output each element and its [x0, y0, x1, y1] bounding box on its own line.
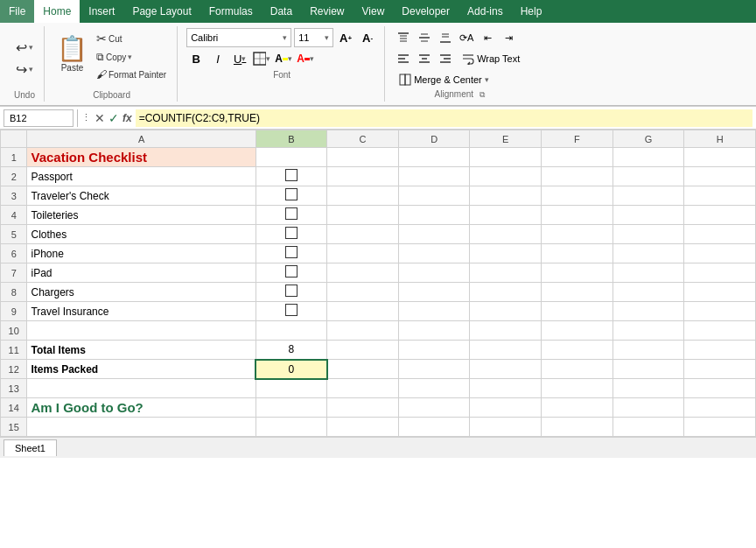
- checkbox-cell[interactable]: [285, 207, 298, 220]
- cell-12-G[interactable]: [612, 360, 684, 379]
- menu-file[interactable]: File: [0, 0, 34, 23]
- cell-14-B[interactable]: [256, 398, 327, 418]
- formula-expand-icon[interactable]: ⋮: [81, 112, 91, 123]
- cell-2-B[interactable]: [256, 167, 327, 186]
- cell-13-D[interactable]: [398, 379, 470, 398]
- text-direction-button[interactable]: ⟳A: [457, 28, 476, 47]
- redo-button[interactable]: ↪ ▾: [12, 60, 37, 80]
- cell-7-F[interactable]: [542, 263, 613, 283]
- cell-13-F[interactable]: [542, 379, 613, 398]
- bold-button[interactable]: B: [186, 49, 206, 68]
- cell-13-G[interactable]: [612, 379, 684, 398]
- cell-13-H[interactable]: [684, 379, 756, 398]
- cell-2-G[interactable]: [612, 167, 684, 186]
- font-grow-button[interactable]: A+: [336, 28, 355, 47]
- redo-dropdown-icon[interactable]: ▾: [29, 65, 33, 74]
- cell-3-F[interactable]: [542, 186, 613, 206]
- cell-12-E[interactable]: [470, 360, 542, 379]
- cell-3-C[interactable]: [327, 186, 399, 206]
- cell-13-B[interactable]: [256, 379, 327, 398]
- col-header-E[interactable]: E: [470, 130, 542, 148]
- formula-input[interactable]: =COUNTIF(C2:C9,TRUE): [136, 109, 752, 127]
- cell-1-E[interactable]: [470, 148, 542, 167]
- cell-3-D[interactable]: [398, 186, 470, 206]
- cell-9-D[interactable]: [398, 302, 470, 321]
- confirm-formula-icon[interactable]: ✓: [108, 111, 119, 125]
- cell-8-E[interactable]: [470, 283, 542, 302]
- checkbox-cell[interactable]: [285, 169, 298, 181]
- cell-3-A[interactable]: Traveler's Check: [27, 186, 256, 206]
- cell-11-G[interactable]: [612, 341, 684, 360]
- cell-6-A[interactable]: iPhone: [27, 244, 256, 263]
- cell-9-F[interactable]: [542, 302, 613, 321]
- cell-4-C[interactable]: [327, 206, 399, 225]
- cancel-formula-icon[interactable]: ✕: [94, 111, 105, 125]
- cell-1-A[interactable]: Vacation Checklist: [27, 148, 256, 167]
- cell-5-F[interactable]: [542, 225, 613, 244]
- col-header-B[interactable]: B: [256, 130, 327, 148]
- cell-2-E[interactable]: [470, 167, 542, 186]
- cell-14-F[interactable]: [542, 398, 613, 418]
- cell-13-C[interactable]: [327, 379, 399, 398]
- cell-7-G[interactable]: [612, 263, 684, 283]
- menu-add-ins[interactable]: Add-ins: [458, 0, 512, 23]
- col-header-C[interactable]: C: [327, 130, 399, 148]
- cell-15-E[interactable]: [470, 418, 542, 437]
- cell-2-D[interactable]: [398, 167, 470, 186]
- cell-9-B[interactable]: [256, 302, 327, 321]
- cell-7-E[interactable]: [470, 263, 542, 283]
- cell-1-G[interactable]: [612, 148, 684, 167]
- cell-5-E[interactable]: [470, 225, 542, 244]
- checkbox-cell[interactable]: [285, 246, 298, 258]
- cell-15-C[interactable]: [327, 418, 399, 437]
- align-right-button[interactable]: [436, 49, 455, 68]
- menu-home[interactable]: Home: [34, 0, 80, 23]
- cell-12-F[interactable]: [542, 360, 613, 379]
- cell-9-E[interactable]: [470, 302, 542, 321]
- merge-center-button[interactable]: Merge & Center ▾: [394, 72, 494, 88]
- cell-2-H[interactable]: [684, 167, 756, 186]
- cell-7-D[interactable]: [398, 263, 470, 283]
- cell-9-H[interactable]: [684, 302, 756, 321]
- cell-12-A[interactable]: Items Packed: [27, 360, 256, 379]
- increase-indent-button[interactable]: ⇥: [499, 28, 518, 47]
- col-header-F[interactable]: F: [542, 130, 613, 148]
- checkbox-cell[interactable]: [285, 265, 298, 278]
- undo-button[interactable]: ↩ ▾: [12, 38, 37, 58]
- col-header-H[interactable]: H: [684, 130, 756, 148]
- cell-6-F[interactable]: [542, 244, 613, 263]
- cell-4-E[interactable]: [470, 206, 542, 225]
- alignment-group-expand-icon[interactable]: ⧉: [480, 90, 485, 99]
- cell-6-C[interactable]: [327, 244, 399, 263]
- cell-9-A[interactable]: Travel Insurance: [27, 302, 256, 321]
- align-bottom-button[interactable]: [436, 28, 455, 47]
- cell-14-H[interactable]: [684, 398, 756, 418]
- menu-insert[interactable]: Insert: [80, 0, 123, 23]
- cell-6-E[interactable]: [470, 244, 542, 263]
- align-top-button[interactable]: [394, 28, 413, 47]
- cell-2-A[interactable]: Passport: [27, 167, 256, 186]
- font-shrink-button[interactable]: A-: [358, 28, 377, 47]
- cell-3-E[interactable]: [470, 186, 542, 206]
- cell-14-C[interactable]: [327, 398, 399, 418]
- cell-15-D[interactable]: [398, 418, 470, 437]
- menu-review[interactable]: Review: [301, 0, 353, 23]
- align-left-button[interactable]: [394, 49, 413, 68]
- cell-14-G[interactable]: [612, 398, 684, 418]
- cell-12-D[interactable]: [398, 360, 470, 379]
- cell-11-H[interactable]: [684, 341, 756, 360]
- cell-14-E[interactable]: [470, 398, 542, 418]
- checkbox-cell[interactable]: [285, 285, 298, 297]
- cell-7-C[interactable]: [327, 263, 399, 283]
- border-button[interactable]: ▾: [252, 49, 271, 68]
- cell-15-F[interactable]: [542, 418, 613, 437]
- cell-11-D[interactable]: [398, 341, 470, 360]
- cell-8-G[interactable]: [612, 283, 684, 302]
- cell-12-H[interactable]: [684, 360, 756, 379]
- cell-7-B[interactable]: [256, 263, 327, 283]
- copy-dropdown-icon[interactable]: ▾: [128, 53, 132, 61]
- cell-4-D[interactable]: [398, 206, 470, 225]
- cell-14-A[interactable]: Am I Good to Go?: [27, 398, 256, 418]
- name-box[interactable]: B12: [4, 109, 74, 127]
- col-header-A[interactable]: A: [27, 130, 256, 148]
